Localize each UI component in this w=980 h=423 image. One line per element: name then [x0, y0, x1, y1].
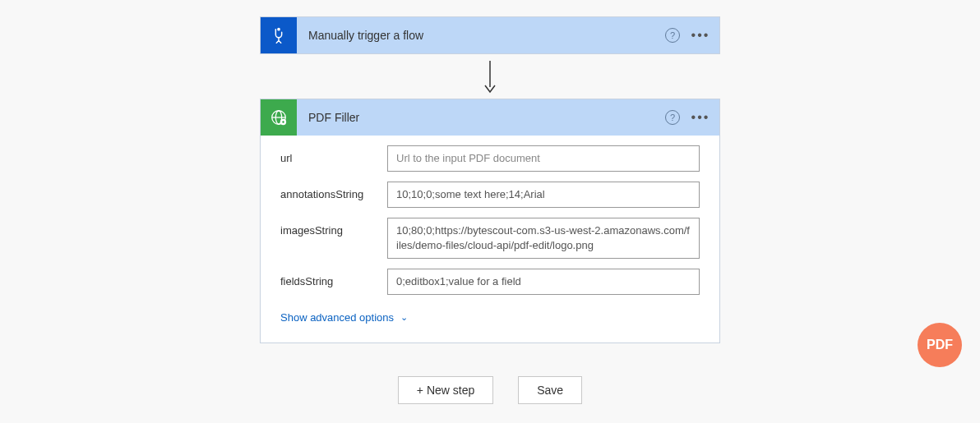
trigger-title: Manually trigger a flow [297, 29, 665, 42]
field-row-images: imagesString 10;80;0;https://bytescout-c… [280, 218, 700, 259]
field-label: annotationsString [280, 182, 387, 200]
field-label: imagesString [280, 218, 387, 237]
field-row-annotations: annotationsString 10;10;0;some text here… [280, 182, 700, 208]
help-icon[interactable]: ? [665, 28, 680, 43]
show-advanced-options-link[interactable]: Show advanced options ⌄ [280, 311, 408, 324]
field-label: url [280, 145, 387, 164]
url-input[interactable]: Url to the input PDF document [387, 145, 700, 172]
annotations-input[interactable]: 10;10;0;some text here;14;Arial [387, 182, 700, 208]
more-menu-icon[interactable]: ••• [688, 28, 713, 43]
new-step-button[interactable]: + New step [398, 376, 493, 404]
svg-point-0 [277, 28, 280, 31]
action-header[interactable]: PDF Filler ? ••• [261, 99, 719, 136]
more-menu-icon[interactable]: ••• [688, 110, 713, 125]
pdf-badge-button[interactable]: PDF [918, 323, 962, 367]
field-label: fieldsString [280, 269, 387, 287]
action-title: PDF Filler [297, 111, 665, 124]
chevron-down-icon: ⌄ [400, 312, 408, 323]
manual-trigger-icon [261, 17, 297, 53]
connector-arrow-icon [260, 54, 720, 99]
field-row-url: url Url to the input PDF document [280, 145, 700, 172]
help-icon[interactable]: ? [665, 110, 680, 125]
action-card: PDF Filler ? ••• url Url to the input PD… [260, 99, 720, 343]
field-row-fields: fieldsString 0;editbox1;value for a fiel… [280, 269, 700, 295]
trigger-card: Manually trigger a flow ? ••• [260, 16, 720, 54]
save-button[interactable]: Save [518, 376, 582, 404]
fields-input[interactable]: 0;editbox1;value for a field [387, 269, 700, 295]
action-body: url Url to the input PDF document annota… [261, 136, 719, 343]
pdf-filler-icon [261, 99, 297, 136]
trigger-header[interactable]: Manually trigger a flow ? ••• [261, 17, 719, 53]
images-input[interactable]: 10;80;0;https://bytescout-com.s3-us-west… [387, 218, 700, 259]
bottom-actions: + New step Save [260, 376, 720, 404]
